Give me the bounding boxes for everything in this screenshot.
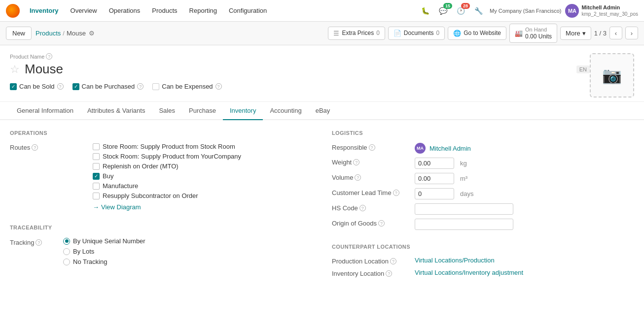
more-button[interactable]: More ▾ — [560, 27, 591, 40]
hs-code-label: HS Code ? — [332, 203, 411, 212]
tab-sales[interactable]: Sales — [152, 102, 182, 120]
product-flags: Can be Sold ? Can be Purchased ? Can be … — [10, 83, 590, 90]
tracking-lots[interactable]: By Lots — [63, 248, 145, 255]
route-resupply[interactable]: Resupply Subcontractor on Order — [93, 192, 241, 199]
can-be-sold-help-icon[interactable]: ? — [57, 83, 64, 90]
next-page-button[interactable]: › — [625, 27, 638, 39]
route-manufacture-checkbox — [93, 183, 100, 190]
user-menu[interactable]: MA Mitchell Admin kmp_2_test_may_30_pos — [565, 4, 638, 18]
nav-operations[interactable]: Operations — [104, 4, 145, 17]
can-be-sold-box — [10, 83, 17, 90]
nav-configuration[interactable]: Configuration — [224, 4, 272, 17]
tab-accounting[interactable]: Accounting — [263, 102, 308, 120]
on-hand-button[interactable]: 🏭 On Hand 0.00 Units — [509, 24, 557, 43]
route-buy-checkbox — [93, 173, 100, 180]
can-be-purchased-help-icon[interactable]: ? — [137, 83, 143, 90]
product-name-help-icon[interactable]: ? — [46, 53, 52, 60]
weight-row: Weight ? kg — [332, 158, 634, 169]
can-be-sold-checkbox[interactable]: Can be Sold ? — [10, 83, 64, 90]
star-icon[interactable]: ☆ — [10, 63, 20, 76]
view-diagram-link[interactable]: → View Diagram — [93, 203, 241, 211]
tab-ebay[interactable]: eBay — [309, 102, 337, 120]
route-stock-room-label: Stock Room: Supply Product from YourComp… — [103, 153, 241, 160]
weight-help-icon[interactable]: ? — [353, 159, 359, 165]
documents-count: 0 — [436, 30, 440, 36]
navbar: Inventory Overview Operations Products R… — [0, 0, 644, 22]
responsible-help-icon[interactable]: ? — [369, 144, 375, 151]
customer-lead-time-label: Customer Lead Time ? — [332, 188, 411, 196]
route-stock-room[interactable]: Stock Room: Supply Product from YourComp… — [93, 153, 241, 160]
production-location-label: Production Location ? — [332, 257, 411, 265]
origin-of-goods-row: Origin of Goods ? — [332, 219, 634, 230]
hs-code-input[interactable] — [415, 203, 513, 215]
tab-attributes-variants[interactable]: Attributes & Variants — [80, 102, 152, 120]
tracking-none[interactable]: No Tracking — [63, 258, 145, 265]
route-manufacture-label: Manufacture — [103, 182, 138, 190]
website-icon: 🌐 — [453, 30, 461, 37]
origin-of-goods-help-icon[interactable]: ? — [378, 220, 385, 227]
customer-lead-time-input[interactable] — [415, 188, 454, 199]
origin-of-goods-label: Origin of Goods ? — [332, 219, 411, 227]
origin-of-goods-input[interactable] — [415, 219, 513, 230]
routes-label: Routes ? — [10, 143, 89, 151]
routes-help-icon[interactable]: ? — [32, 144, 38, 151]
inventory-location-label: Inventory Location ? — [332, 269, 411, 277]
route-mto[interactable]: Replenish on Order (MTO) — [93, 162, 241, 170]
volume-help-icon[interactable]: ? — [355, 174, 361, 181]
weight-input[interactable] — [415, 158, 454, 169]
can-be-expensed-checkbox[interactable]: Can be Expensed ? — [152, 83, 221, 90]
documents-button[interactable]: 📄 Documents 0 — [388, 27, 445, 40]
user-info: Mitchell Admin kmp_2_test_may_30_pos — [581, 4, 638, 17]
nav-products[interactable]: Products — [147, 4, 182, 17]
extra-prices-button[interactable]: ☰ Extra Prices 0 — [328, 27, 385, 40]
production-location-help-icon[interactable]: ? — [390, 258, 396, 264]
bug-icon-btn[interactable]: 🐛 — [419, 4, 432, 18]
tracking-help-icon[interactable]: ? — [36, 239, 42, 246]
can-be-expensed-help-icon[interactable]: ? — [215, 83, 222, 90]
production-location-value[interactable]: Virtual Locations/Production — [415, 257, 495, 264]
nav-overview[interactable]: Overview — [66, 4, 102, 17]
customer-lead-time-row: Customer Lead Time ? days — [332, 188, 634, 199]
tab-purchase[interactable]: Purchase — [182, 102, 223, 120]
settings-btn[interactable]: 🔧 — [472, 4, 486, 18]
volume-row: Volume ? m³ — [332, 173, 634, 184]
settings-gear-icon[interactable]: ⚙ — [89, 30, 95, 37]
volume-input[interactable] — [415, 173, 454, 184]
user-sub: kmp_2_test_may_30_pos — [581, 11, 638, 17]
responsible-avatar: MA — [415, 143, 426, 154]
inventory-location-help-icon[interactable]: ? — [386, 270, 392, 277]
routes-options: Store Room: Supply Product from Stock Ro… — [93, 143, 241, 211]
tracking-none-label: No Tracking — [73, 258, 107, 265]
responsible-name[interactable]: Mitchell Admin — [429, 145, 471, 152]
nav-reporting[interactable]: Reporting — [184, 4, 222, 17]
nav-inventory[interactable]: Inventory — [25, 4, 64, 17]
route-store-room[interactable]: Store Room: Supply Product from Stock Ro… — [93, 143, 241, 150]
documents-label: Documents — [404, 30, 434, 36]
app-logo[interactable] — [6, 4, 20, 18]
prev-page-button[interactable]: ‹ — [609, 27, 622, 39]
pagination: 1 / 3 ‹ › — [594, 27, 638, 39]
route-buy[interactable]: Buy — [93, 172, 241, 180]
route-resupply-label: Resupply Subcontractor on Order — [103, 192, 198, 199]
go-to-website-button[interactable]: 🌐 Go to Website — [448, 27, 506, 40]
logistics-title: LOGISTICS — [332, 130, 634, 136]
tracking-serial[interactable]: By Unique Serial Number — [63, 237, 145, 245]
new-button[interactable]: New — [6, 27, 32, 40]
can-be-purchased-checkbox[interactable]: Can be Purchased ? — [72, 83, 144, 90]
hs-code-help-icon[interactable]: ? — [359, 205, 366, 211]
messages-btn[interactable]: 💬 15 — [436, 4, 450, 18]
counterpart-title: COUNTERPART LOCATIONS — [332, 244, 634, 250]
volume-label: Volume ? — [332, 173, 411, 181]
more-label: More — [566, 30, 580, 37]
tab-inventory[interactable]: Inventory — [223, 102, 263, 120]
tab-general-information[interactable]: General Information — [10, 102, 80, 120]
operations-title: OPERATIONS — [10, 130, 312, 136]
route-manufacture[interactable]: Manufacture — [93, 182, 241, 190]
breadcrumb-products[interactable]: Products — [36, 30, 61, 37]
product-image-upload[interactable]: 📷 — [590, 53, 634, 98]
inventory-location-value[interactable]: Virtual Locations/Inventory adjustment — [415, 269, 523, 276]
can-be-purchased-label: Can be Purchased — [82, 83, 135, 90]
customer-lead-time-help-icon[interactable]: ? — [393, 190, 399, 196]
lang-badge[interactable]: EN — [576, 65, 590, 73]
activity-btn[interactable]: 🕐 28 — [454, 4, 468, 18]
